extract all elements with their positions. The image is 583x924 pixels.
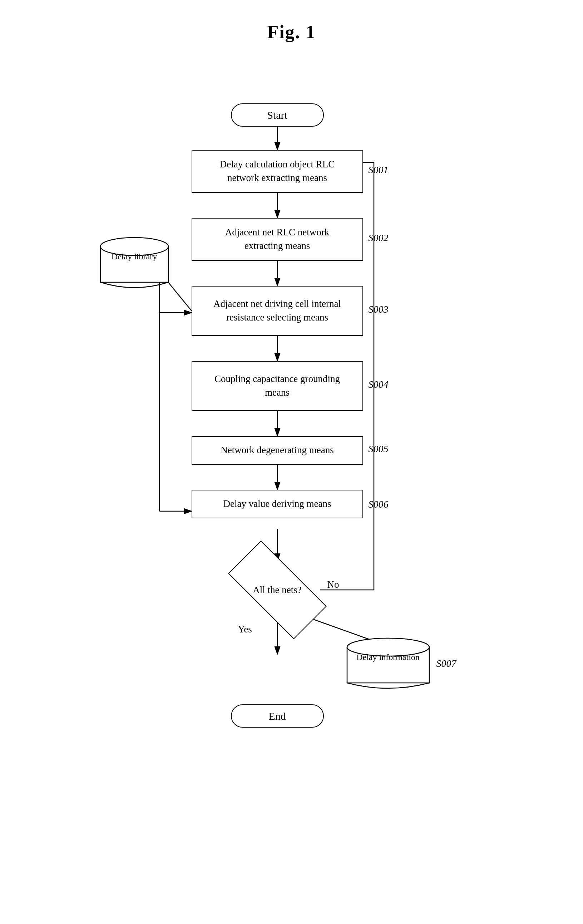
end-node: End [231,705,324,728]
s005-label: Network degenerating means [221,444,334,457]
decision-diamond: All the nets? [209,561,345,619]
end-label: End [268,710,286,722]
s002-label: Adjacent net RLC network extracting mean… [225,226,329,253]
s005-step: S005 [369,443,389,455]
s002-step: S002 [369,232,389,244]
s004-label: Coupling capacitance grounding means [214,372,340,399]
page-title: Fig. 1 [0,0,583,43]
delay-library-label: Delay library [99,252,170,261]
s003-label: Adjacent net driving cell internal resis… [213,297,341,325]
start-node: Start [231,103,324,127]
s003-box: Adjacent net driving cell internal resis… [192,286,363,336]
s002-box: Adjacent net RLC network extracting mean… [192,218,363,261]
s001-label: Delay calculation object RLC network ext… [220,158,335,185]
s006-step: S006 [369,499,389,510]
start-label: Start [267,109,287,121]
s005-box: Network degenerating means [192,436,363,465]
delay-library-cylinder: Delay library [99,236,170,286]
s006-label: Delay value deriving means [223,497,331,511]
delay-info-label: Delay information [345,652,431,662]
s006-box: Delay value deriving means [192,490,363,518]
s004-step: S004 [369,379,389,390]
delay-info-cylinder: Delay information [345,636,431,686]
s001-step: S001 [369,164,389,176]
decision-label: All the nets? [253,584,301,596]
yes-label: Yes [238,624,252,635]
s007-step: S007 [436,658,456,669]
s003-step: S003 [369,304,389,315]
s001-box: Delay calculation object RLC network ext… [192,150,363,193]
no-label: No [328,579,339,590]
s004-box: Coupling capacitance grounding means [192,361,363,411]
